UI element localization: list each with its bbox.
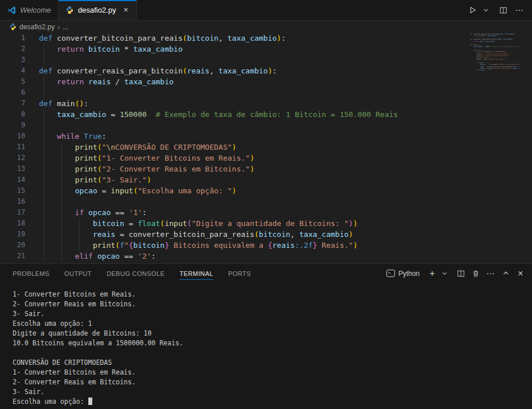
panel-tab-ports[interactable]: PORTS [228,264,251,283]
line-number[interactable]: 17 [0,207,25,218]
indent-guide [44,120,44,131]
indent-guide [79,240,80,251]
code-line: 20 print(f"{bitcoin} Bitcoins equivalem … [0,240,532,251]
line-number[interactable]: 4 [0,65,25,76]
line-number[interactable]: 9 [0,120,25,131]
panel-tab-debug-console[interactable]: DEBUG CONSOLE [107,264,165,283]
code-editor[interactable]: 1def converter_bitcoin_para_reais(bitcoi… [0,33,532,263]
terminal-shell-chip[interactable]: >_ Python [386,270,420,278]
indent-guide [61,163,62,174]
panel-tab-terminal[interactable]: TERMINAL [179,264,213,283]
code-line-text: reais = converter_bitcoin_para_reais(bit… [39,229,353,240]
breadcrumb-separator-icon: › [57,24,60,30]
close-icon[interactable]: × [122,5,129,14]
code-line-text: print("1- Converter Bitcoins em Reais.") [39,153,255,163]
run-icon[interactable] [466,3,479,17]
code-line-text: def main(): [39,98,88,109]
indent-guide [61,174,62,185]
indent-guide [44,196,44,207]
indent-guide [61,196,62,207]
add-terminal-icon[interactable]: + [425,267,439,281]
code-line: 11 print("\nCONVERSÃO DE CRIPTOMOEDAS") [0,142,532,153]
breadcrumb[interactable]: desafio2.py › ... [0,21,532,33]
breadcrumb-file[interactable]: desafio2.py [19,23,54,31]
line-number[interactable]: 2 [0,44,25,54]
code-line: 4def converter_reais_para_bitcoin(reais,… [0,65,532,76]
tab-welcome[interactable]: Welcome [0,0,58,20]
python-icon [9,23,17,30]
code-line-text: if opcao == '1': [39,207,147,218]
line-number[interactable]: 1 [0,33,25,44]
terminal[interactable]: 1- Converter Bitcoins em Reais.2- Conver… [0,283,532,409]
line-number[interactable]: 8 [0,109,25,120]
line-number[interactable]: 16 [0,196,25,207]
line-number[interactable]: 11 [0,142,25,153]
terminal-line: 3- Sair. [13,387,532,397]
more-actions-icon[interactable]: ⋯ [513,3,526,17]
terminal-line: 2- Converter Reais em Bitcoins. [13,377,532,387]
terminal-cursor [88,398,92,405]
trash-icon[interactable] [469,267,483,281]
panel-tab-output[interactable]: OUTPUT [64,264,92,283]
indent-guide [61,218,62,229]
line-number[interactable]: 6 [0,87,25,98]
line-number[interactable]: 15 [0,185,25,196]
code-line-text: while True: [39,131,106,142]
code-line: 1def converter_bitcoin_para_reais(bitcoi… [0,33,532,44]
line-number[interactable]: 19 [0,229,25,240]
minimap[interactable]: def converter_bitcoin_para_reais(bitcoin… [470,33,519,71]
split-editor-icon[interactable] [496,3,510,17]
indent-guide [44,218,44,229]
chevron-up-icon[interactable] [499,267,513,281]
line-number[interactable]: 20 [0,240,25,251]
code-line-text: print("\nCONVERSÃO DE CRIPTOMOEDAS") [39,142,236,153]
breadcrumb-symbol[interactable]: ... [62,23,68,31]
tab-desafio2-label: desafio2.py [78,6,116,14]
more-actions-icon[interactable]: ⋯ [484,267,498,281]
code-line: 17 if opcao == '1': [0,207,532,218]
line-number[interactable]: 14 [0,174,25,185]
indent-guide [44,76,44,87]
indent-guide [44,109,44,120]
code-line-text: bitcoin = float(input("Digite a quantida… [39,218,358,229]
line-number[interactable]: 12 [0,153,25,163]
terminal-line: CONVERSÃO DE CRIPTOMOEDAS [13,358,532,368]
bottom-panel: PROBLEMSOUTPUTDEBUG CONSOLETERMINALPORTS… [0,263,532,409]
line-number[interactable]: 5 [0,76,25,87]
chevron-down-icon[interactable] [440,267,448,281]
panel-tab-problems[interactable]: PROBLEMS [13,264,49,283]
terminal-line: 1- Converter Bitcoins em Reais. [13,368,532,377]
line-number[interactable]: 3 [0,54,25,65]
indent-guide [44,185,44,196]
code-line-text: elif opcao == '2': [39,251,156,262]
indent-guide [61,185,62,196]
indent-guide [61,207,62,218]
line-number[interactable]: 21 [0,251,25,262]
chevron-down-icon[interactable] [482,3,490,17]
indent-guide [44,163,44,174]
tab-desafio2[interactable]: desafio2.py × [58,0,137,20]
split-terminal-icon[interactable] [454,267,468,281]
indent-guide [44,142,44,153]
indent-guide [44,44,44,54]
code-line-text: return bitcoin * taxa_cambio [39,44,182,54]
panel-actions: >_ Python + ⋯ × [386,267,527,281]
line-number[interactable]: 10 [0,131,25,142]
code-line: 7def main(): [0,98,532,109]
line-number[interactable]: 7 [0,98,25,109]
indent-guide [61,142,62,153]
indent-guide [61,229,62,240]
code-line: 13 print("2- Converter Reais em Bitcoins… [0,163,532,174]
line-number[interactable]: 18 [0,218,25,229]
terminal-line: 10.0 Bitcoins equivalem a 1500000.00 Rea… [13,338,532,348]
code-line: 2 return bitcoin * taxa_cambio [0,44,532,54]
code-line: 15 opcao = input("Escolha uma opção: ") [0,185,532,196]
code-line: 9 [0,120,532,131]
indent-guide [44,251,44,262]
indent-guide [79,229,80,240]
line-number[interactable]: 13 [0,163,25,174]
code-line: 10 while True: [0,131,532,142]
code-line-text: print(f"{bitcoin} Bitcoins equivalem a {… [39,240,358,251]
close-panel-icon[interactable]: × [514,267,527,281]
code-line: 3 [0,54,532,65]
